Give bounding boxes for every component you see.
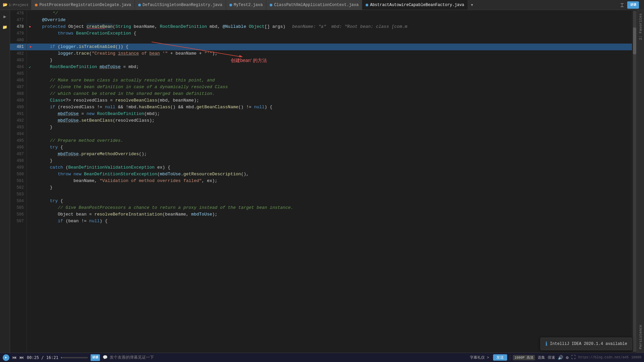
marker-498: [27, 158, 33, 164]
code-line-502: }: [34, 184, 632, 191]
code-line-491: mbdToUse = new RootBeanDefinition(mbd);: [34, 111, 632, 117]
subtitle-icon: 💬: [103, 355, 108, 360]
marker-504: [27, 198, 33, 204]
main-area: ▶ 📁 476 477 478 479 480 481 482 483 484 …: [0, 10, 644, 353]
ln-488: 488: [10, 90, 26, 97]
play-button[interactable]: ▶: [3, 354, 9, 361]
send-button[interactable]: 发送: [493, 354, 507, 361]
ln-505: 505: [10, 204, 26, 211]
marker-499: [27, 164, 33, 171]
ln-490: 490: [10, 104, 26, 111]
ln-507: 507: [10, 218, 26, 225]
markers-column: ● ● ✓: [27, 10, 34, 353]
ln-479: 479: [10, 30, 26, 37]
code-line-482: logger.trace("Creating instance of bean …: [34, 50, 632, 57]
code-476-text: */: [34, 10, 58, 17]
project-label[interactable]: 📂 1:Project: [0, 0, 32, 10]
info-icon: ℹ: [545, 341, 547, 347]
notification-box[interactable]: ℹ IntelliJ IDEA 2020.1.4 available: [540, 338, 632, 350]
marker-506: [27, 211, 33, 218]
marker-490: [27, 104, 33, 111]
tab-classpathxml[interactable]: ClassPathXmlApplicationContext.java: [266, 0, 362, 10]
code-line-506: Object bean = resolveBeforeInstantiation…: [34, 211, 632, 218]
step-back-button[interactable]: ⏮: [12, 355, 17, 360]
tab-abstractautowire[interactable]: AbstractAutowireCapableBeanFactory.java: [362, 0, 468, 10]
bottom-bar: ▶ ⏮ ⏭ 00:25 / 16:21 讲课 💬 发个友善的弹幕见证一下 字幕礼…: [0, 353, 644, 362]
select-btn[interactable]: 选集: [538, 355, 545, 360]
fullscreen-icon[interactable]: ⛶: [571, 355, 576, 360]
sidebar-folder-icon[interactable]: 📁: [0, 22, 10, 32]
code-line-505: // Give BeanPostProcessors a chance to r…: [34, 204, 632, 211]
speed-btn[interactable]: 倍速: [548, 355, 555, 360]
scrollbar-track[interactable]: [633, 11, 636, 352]
scrollbar-thumb[interactable]: [633, 27, 636, 54]
code-line-483: }: [34, 57, 632, 64]
vertical-tab-favorites[interactable]: 2: Favorites: [638, 10, 644, 43]
ln-478: 478: [10, 23, 26, 30]
code-line-492: mbdToUse.setBeanClass(resolvedClass);: [34, 117, 632, 124]
project-icon: 📂: [3, 2, 8, 7]
ln-504: 504: [10, 198, 26, 204]
marker-481: ●: [27, 44, 34, 50]
ln-476: 476: [10, 10, 26, 17]
editor-main: 476 477 478 479 480 481 482 483 484 485 …: [10, 10, 644, 353]
left-sidebar: ▶ 📁: [0, 10, 10, 353]
ln-485: 485: [10, 70, 26, 77]
code-line-476: */: [34, 10, 632, 17]
ln-495: 495: [10, 137, 26, 144]
code-line-500: throw new BeanDefinitionStoreException(m…: [34, 171, 632, 178]
marker-489: [27, 97, 33, 104]
marker-507: [27, 218, 33, 225]
marker-491: [27, 111, 33, 117]
marker-476: [27, 10, 33, 17]
tab-mytest2[interactable]: MyTest2.java: [226, 0, 266, 10]
subtitle-area: 💬 发个友善的弹幕见证一下: [103, 355, 466, 360]
logo-badge: 讲课: [627, 1, 639, 9]
subtitle-btn[interactable]: 字幕礼仪 >: [469, 355, 490, 360]
ln-480: 480: [10, 37, 26, 44]
resolution-badge[interactable]: 1080P 高清: [513, 355, 535, 360]
cursor-icon: ⌶: [620, 1, 624, 9]
code-line-495: // Prepare method overrides.: [34, 137, 632, 144]
subtitle-placeholder: 发个友善的弹幕见证一下: [110, 355, 154, 360]
code-line-501: beanName, "Validation of method override…: [34, 178, 632, 184]
app-container: 📂 1:Project PostProcessorRegistrationDel…: [0, 0, 644, 362]
ln-499: 499: [10, 164, 26, 171]
marker-478: ●: [27, 23, 33, 30]
tab-label-defaultsingleton: DefaultSingletonBeanRegistry.java: [143, 3, 222, 7]
time-display: 00:25 / 16:21: [27, 355, 58, 360]
tab-defaultsingleton[interactable]: DefaultSingletonBeanRegistry.java: [135, 0, 226, 10]
volume-icon[interactable]: 🔊: [558, 355, 563, 360]
code-line-493: }: [34, 124, 632, 131]
code-line-486: // Make sure bean class is actually reso…: [34, 77, 632, 84]
right-scrollbar[interactable]: [632, 10, 637, 353]
tab-dot-mytest2: [229, 4, 232, 6]
code-line-499: catch (BeanDefinitionValidationException…: [34, 164, 632, 171]
code-line-503: [34, 191, 632, 198]
marker-487: [27, 84, 33, 90]
progress-fill: [61, 357, 62, 358]
tab-dot-classpathxml: [270, 4, 272, 6]
vertical-tab-persistence[interactable]: Persistence: [638, 321, 644, 353]
step-fwd-button[interactable]: ⏭: [19, 355, 24, 360]
marker-494: [27, 131, 33, 137]
tab-postprocessor[interactable]: PostProcessorRegistrationDelegate.java: [32, 0, 135, 10]
code-editor[interactable]: 476 477 478 479 480 481 482 483 484 485 …: [10, 10, 644, 353]
sidebar-run-icon[interactable]: ▶: [0, 12, 10, 21]
logo-icon: 讲课: [91, 354, 100, 361]
ln-498: 498: [10, 158, 26, 164]
tab-more[interactable]: ▾: [468, 2, 476, 8]
code-line-498: }: [34, 158, 632, 164]
tab-dot-abstractautowire: [366, 4, 368, 6]
settings-icon[interactable]: ⚙: [566, 355, 569, 360]
code-line-480: [34, 37, 632, 44]
tab-label-abstractautowire: AbstractAutowireCapableBeanFactory.java: [370, 3, 464, 7]
marker-496: [27, 144, 33, 151]
marker-485: [27, 70, 33, 77]
tab-dot-postprocessor: [35, 4, 38, 6]
project-text: 1:Project: [9, 3, 29, 7]
progress-bar[interactable]: [61, 357, 88, 358]
hint-478: beanName: "a" mbd: "Root bean: class [co…: [292, 23, 407, 30]
ln-500: 500: [10, 171, 26, 178]
code-line-507: if (bean != null) {: [34, 218, 632, 225]
